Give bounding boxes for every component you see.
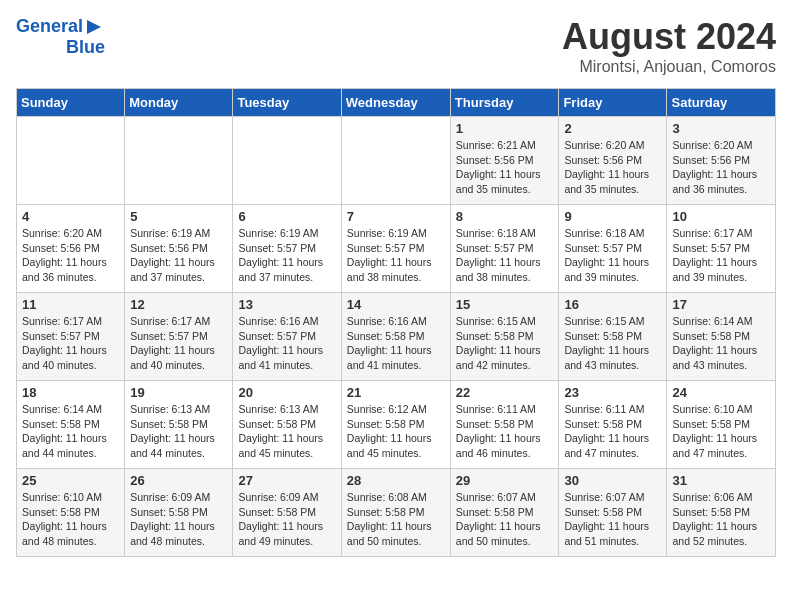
day-info: Sunrise: 6:14 AMSunset: 5:58 PMDaylight:… <box>22 402 119 461</box>
day-number: 12 <box>130 297 227 312</box>
day-info: Sunrise: 6:18 AMSunset: 5:57 PMDaylight:… <box>564 226 661 285</box>
calendar-week-3: 11Sunrise: 6:17 AMSunset: 5:57 PMDayligh… <box>17 293 776 381</box>
calendar-cell: 3Sunrise: 6:20 AMSunset: 5:56 PMDaylight… <box>667 117 776 205</box>
day-info: Sunrise: 6:12 AMSunset: 5:58 PMDaylight:… <box>347 402 445 461</box>
day-number: 25 <box>22 473 119 488</box>
day-number: 23 <box>564 385 661 400</box>
day-number: 11 <box>22 297 119 312</box>
calendar-cell: 20Sunrise: 6:13 AMSunset: 5:58 PMDayligh… <box>233 381 341 469</box>
page-subtitle: Mirontsi, Anjouan, Comoros <box>562 58 776 76</box>
day-info: Sunrise: 6:21 AMSunset: 5:56 PMDaylight:… <box>456 138 554 197</box>
calendar-week-1: 1Sunrise: 6:21 AMSunset: 5:56 PMDaylight… <box>17 117 776 205</box>
calendar-cell: 24Sunrise: 6:10 AMSunset: 5:58 PMDayligh… <box>667 381 776 469</box>
day-number: 17 <box>672 297 770 312</box>
calendar-cell: 28Sunrise: 6:08 AMSunset: 5:58 PMDayligh… <box>341 469 450 557</box>
day-info: Sunrise: 6:20 AMSunset: 5:56 PMDaylight:… <box>22 226 119 285</box>
day-number: 13 <box>238 297 335 312</box>
day-number: 1 <box>456 121 554 136</box>
calendar-cell <box>17 117 125 205</box>
day-number: 30 <box>564 473 661 488</box>
title-block: August 2024 Mirontsi, Anjouan, Comoros <box>562 16 776 76</box>
day-info: Sunrise: 6:20 AMSunset: 5:56 PMDaylight:… <box>564 138 661 197</box>
svg-marker-0 <box>87 20 101 34</box>
calendar-cell: 26Sunrise: 6:09 AMSunset: 5:58 PMDayligh… <box>125 469 233 557</box>
day-number: 8 <box>456 209 554 224</box>
day-number: 24 <box>672 385 770 400</box>
calendar-cell: 30Sunrise: 6:07 AMSunset: 5:58 PMDayligh… <box>559 469 667 557</box>
day-number: 4 <box>22 209 119 224</box>
calendar-cell: 18Sunrise: 6:14 AMSunset: 5:58 PMDayligh… <box>17 381 125 469</box>
col-header-tuesday: Tuesday <box>233 89 341 117</box>
day-number: 18 <box>22 385 119 400</box>
day-info: Sunrise: 6:11 AMSunset: 5:58 PMDaylight:… <box>564 402 661 461</box>
day-info: Sunrise: 6:07 AMSunset: 5:58 PMDaylight:… <box>564 490 661 549</box>
col-header-wednesday: Wednesday <box>341 89 450 117</box>
day-info: Sunrise: 6:19 AMSunset: 5:56 PMDaylight:… <box>130 226 227 285</box>
calendar-cell: 7Sunrise: 6:19 AMSunset: 5:57 PMDaylight… <box>341 205 450 293</box>
day-number: 19 <box>130 385 227 400</box>
day-info: Sunrise: 6:06 AMSunset: 5:58 PMDaylight:… <box>672 490 770 549</box>
day-info: Sunrise: 6:09 AMSunset: 5:58 PMDaylight:… <box>238 490 335 549</box>
calendar-week-4: 18Sunrise: 6:14 AMSunset: 5:58 PMDayligh… <box>17 381 776 469</box>
calendar-cell: 29Sunrise: 6:07 AMSunset: 5:58 PMDayligh… <box>450 469 559 557</box>
day-info: Sunrise: 6:14 AMSunset: 5:58 PMDaylight:… <box>672 314 770 373</box>
day-info: Sunrise: 6:17 AMSunset: 5:57 PMDaylight:… <box>130 314 227 373</box>
calendar-week-2: 4Sunrise: 6:20 AMSunset: 5:56 PMDaylight… <box>17 205 776 293</box>
day-number: 14 <box>347 297 445 312</box>
calendar-cell: 31Sunrise: 6:06 AMSunset: 5:58 PMDayligh… <box>667 469 776 557</box>
col-header-monday: Monday <box>125 89 233 117</box>
day-number: 29 <box>456 473 554 488</box>
day-info: Sunrise: 6:17 AMSunset: 5:57 PMDaylight:… <box>672 226 770 285</box>
calendar-cell: 13Sunrise: 6:16 AMSunset: 5:57 PMDayligh… <box>233 293 341 381</box>
day-number: 26 <box>130 473 227 488</box>
calendar-cell: 14Sunrise: 6:16 AMSunset: 5:58 PMDayligh… <box>341 293 450 381</box>
calendar-cell: 5Sunrise: 6:19 AMSunset: 5:56 PMDaylight… <box>125 205 233 293</box>
calendar-cell: 19Sunrise: 6:13 AMSunset: 5:58 PMDayligh… <box>125 381 233 469</box>
calendar-cell: 4Sunrise: 6:20 AMSunset: 5:56 PMDaylight… <box>17 205 125 293</box>
day-info: Sunrise: 6:19 AMSunset: 5:57 PMDaylight:… <box>238 226 335 285</box>
day-number: 28 <box>347 473 445 488</box>
day-info: Sunrise: 6:19 AMSunset: 5:57 PMDaylight:… <box>347 226 445 285</box>
day-number: 7 <box>347 209 445 224</box>
col-header-thursday: Thursday <box>450 89 559 117</box>
day-number: 15 <box>456 297 554 312</box>
day-number: 21 <box>347 385 445 400</box>
day-number: 22 <box>456 385 554 400</box>
day-info: Sunrise: 6:11 AMSunset: 5:58 PMDaylight:… <box>456 402 554 461</box>
calendar-cell: 2Sunrise: 6:20 AMSunset: 5:56 PMDaylight… <box>559 117 667 205</box>
calendar-cell: 9Sunrise: 6:18 AMSunset: 5:57 PMDaylight… <box>559 205 667 293</box>
calendar-cell: 16Sunrise: 6:15 AMSunset: 5:58 PMDayligh… <box>559 293 667 381</box>
calendar-cell: 21Sunrise: 6:12 AMSunset: 5:58 PMDayligh… <box>341 381 450 469</box>
calendar-cell <box>341 117 450 205</box>
calendar-cell: 22Sunrise: 6:11 AMSunset: 5:58 PMDayligh… <box>450 381 559 469</box>
day-number: 2 <box>564 121 661 136</box>
day-info: Sunrise: 6:07 AMSunset: 5:58 PMDaylight:… <box>456 490 554 549</box>
calendar-table: SundayMondayTuesdayWednesdayThursdayFrid… <box>16 88 776 557</box>
logo-arrow-icon <box>83 16 105 38</box>
calendar-cell: 8Sunrise: 6:18 AMSunset: 5:57 PMDaylight… <box>450 205 559 293</box>
calendar-header-row: SundayMondayTuesdayWednesdayThursdayFrid… <box>17 89 776 117</box>
calendar-cell: 10Sunrise: 6:17 AMSunset: 5:57 PMDayligh… <box>667 205 776 293</box>
logo-blue-text: Blue <box>66 38 105 58</box>
day-info: Sunrise: 6:17 AMSunset: 5:57 PMDaylight:… <box>22 314 119 373</box>
calendar-week-5: 25Sunrise: 6:10 AMSunset: 5:58 PMDayligh… <box>17 469 776 557</box>
day-number: 3 <box>672 121 770 136</box>
day-info: Sunrise: 6:15 AMSunset: 5:58 PMDaylight:… <box>564 314 661 373</box>
calendar-cell: 23Sunrise: 6:11 AMSunset: 5:58 PMDayligh… <box>559 381 667 469</box>
calendar-cell <box>233 117 341 205</box>
col-header-sunday: Sunday <box>17 89 125 117</box>
day-info: Sunrise: 6:13 AMSunset: 5:58 PMDaylight:… <box>238 402 335 461</box>
calendar-cell: 11Sunrise: 6:17 AMSunset: 5:57 PMDayligh… <box>17 293 125 381</box>
day-number: 16 <box>564 297 661 312</box>
calendar-cell: 12Sunrise: 6:17 AMSunset: 5:57 PMDayligh… <box>125 293 233 381</box>
calendar-cell: 15Sunrise: 6:15 AMSunset: 5:58 PMDayligh… <box>450 293 559 381</box>
logo-text: General <box>16 17 83 37</box>
day-number: 27 <box>238 473 335 488</box>
calendar-cell: 1Sunrise: 6:21 AMSunset: 5:56 PMDaylight… <box>450 117 559 205</box>
day-number: 6 <box>238 209 335 224</box>
col-header-friday: Friday <box>559 89 667 117</box>
day-number: 9 <box>564 209 661 224</box>
day-info: Sunrise: 6:20 AMSunset: 5:56 PMDaylight:… <box>672 138 770 197</box>
calendar-cell <box>125 117 233 205</box>
day-info: Sunrise: 6:15 AMSunset: 5:58 PMDaylight:… <box>456 314 554 373</box>
